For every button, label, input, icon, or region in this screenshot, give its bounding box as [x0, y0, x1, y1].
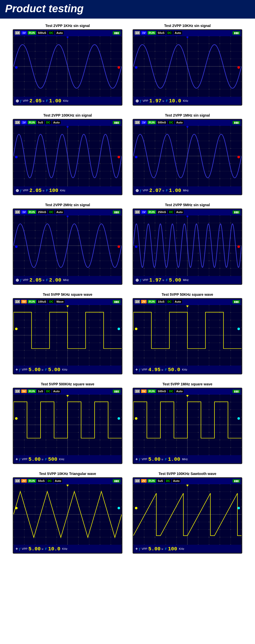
svg-point-1159	[209, 440, 209, 440]
svg-point-1169	[220, 447, 220, 448]
grid-svg-osc4	[133, 126, 241, 186]
vpp-label: VPP	[142, 368, 147, 371]
svg-point-1233	[35, 529, 35, 530]
svg-point-767	[46, 358, 46, 358]
svg-point-1147	[198, 417, 199, 418]
svg-point-907	[198, 312, 199, 313]
svg-point-921	[209, 350, 209, 351]
svg-point-678	[209, 222, 209, 223]
svg-point-672	[198, 245, 199, 246]
svg-point-570	[100, 238, 100, 239]
svg-point-416	[176, 156, 177, 157]
svg-point-1056	[110, 425, 111, 425]
svg-point-423	[187, 141, 188, 141]
svg-point-1282	[100, 491, 100, 492]
svg-point-1155	[209, 409, 209, 410]
svg-point-1173	[230, 409, 231, 410]
svg-point-332	[100, 148, 100, 149]
svg-point-1256	[67, 499, 68, 500]
svg-point-990	[35, 402, 35, 402]
trigger-mode: Auto	[52, 389, 61, 393]
osc-label-osc5: Test 2VPP 2MHz sin signal	[45, 203, 90, 207]
svg-point-435	[198, 163, 199, 164]
freq-value: 1.00	[168, 456, 180, 462]
svg-point-75	[78, 51, 79, 52]
svg-point-692	[220, 260, 220, 261]
svg-point-1010	[56, 417, 57, 418]
osc-row-2: Test 2VPP 100KHz sin signal 1X 1V RUN 5u…	[8, 113, 247, 195]
svg-point-893	[176, 342, 177, 343]
svg-point-1220	[24, 499, 25, 500]
svg-point-440	[209, 133, 209, 134]
osc-screen-osc4: 1X 1V RUN 500nS DC Auto ▮▮▮ ⊕ ƒ VPP 2.07…	[133, 119, 242, 195]
svg-point-1114	[155, 440, 155, 440]
svg-point-171	[165, 81, 166, 82]
svg-point-395	[155, 133, 155, 134]
battery-icon: ▮▮▮	[233, 211, 240, 214]
svg-point-1158	[209, 432, 209, 433]
svg-point-687	[220, 222, 220, 223]
freq-sym: ƒ	[139, 547, 141, 551]
vpp-unit: u	[42, 368, 44, 371]
svg-point-188	[187, 74, 188, 74]
svg-point-205	[209, 66, 209, 67]
svg-point-415	[176, 148, 177, 149]
svg-point-1053	[110, 402, 111, 402]
osc-bottombar-osc5: ⊕ ƒ VPP 2.05 u F 2.00 MHz	[14, 276, 122, 284]
svg-point-562	[89, 245, 90, 246]
svg-point-514	[35, 222, 35, 223]
vpp-unit: u	[43, 189, 45, 192]
freq-unit: KHz	[182, 99, 188, 102]
svg-point-669	[198, 222, 199, 223]
time-div: 500nS	[157, 121, 167, 124]
osc-screen-osc5: 1X 1V RUN 250nS DC Auto ▮▮▮ ⊕ ƒ VPP 2.05…	[13, 208, 122, 285]
svg-point-65	[67, 43, 68, 44]
svg-point-190	[187, 89, 188, 90]
vpp-unit: u	[42, 458, 44, 461]
run-mode: RUN	[148, 31, 156, 35]
svg-point-204	[209, 59, 209, 59]
svg-point-1230	[35, 507, 35, 507]
svg-point-929	[220, 342, 220, 343]
grid-svg-osc10	[133, 395, 241, 455]
svg-point-390	[144, 163, 145, 164]
svg-point-748	[24, 350, 25, 351]
vpp-label: VPP	[142, 547, 147, 550]
svg-point-1148	[198, 425, 199, 425]
osc-block-osc4: Test 2VPP 1MHz sin signal 1X 1V RUN 500n…	[133, 113, 242, 195]
svg-point-294	[56, 133, 57, 134]
freq-unit: KHz	[58, 458, 65, 461]
svg-point-529	[46, 268, 46, 269]
svg-point-809	[100, 335, 100, 336]
svg-point-85	[89, 59, 90, 59]
svg-point-754	[35, 327, 35, 328]
svg-point-312	[78, 133, 79, 134]
svg-point-1047	[100, 425, 100, 425]
trigger-mode: Auto	[55, 210, 64, 214]
svg-point-217	[220, 89, 220, 90]
freq-unit: KHz	[61, 547, 68, 550]
svg-point-407	[165, 156, 166, 157]
svg-point-278	[35, 148, 35, 149]
freq-unit: MHz	[182, 278, 189, 282]
svg-point-871	[155, 312, 155, 313]
coupling: DC	[168, 389, 174, 393]
scale-v: 1V	[21, 31, 27, 35]
svg-point-1166	[220, 425, 220, 425]
svg-point-1396	[209, 522, 209, 522]
svg-point-322	[89, 141, 90, 141]
svg-point-1246	[56, 491, 57, 492]
svg-point-105	[110, 74, 111, 74]
freq-sym: ƒ	[140, 278, 142, 282]
svg-point-387	[144, 141, 145, 141]
svg-point-984	[24, 425, 25, 425]
svg-point-647	[165, 260, 166, 261]
svg-point-225	[230, 81, 231, 82]
svg-point-749	[24, 358, 25, 358]
svg-point-937	[230, 335, 231, 336]
osc-label-osc7: Test 5VPP 5KHz square wave	[43, 292, 92, 297]
time-div: 5uS	[157, 479, 164, 483]
svg-point-800	[89, 335, 90, 336]
vpp-label: VPP	[142, 458, 147, 461]
svg-point-76	[78, 59, 79, 59]
